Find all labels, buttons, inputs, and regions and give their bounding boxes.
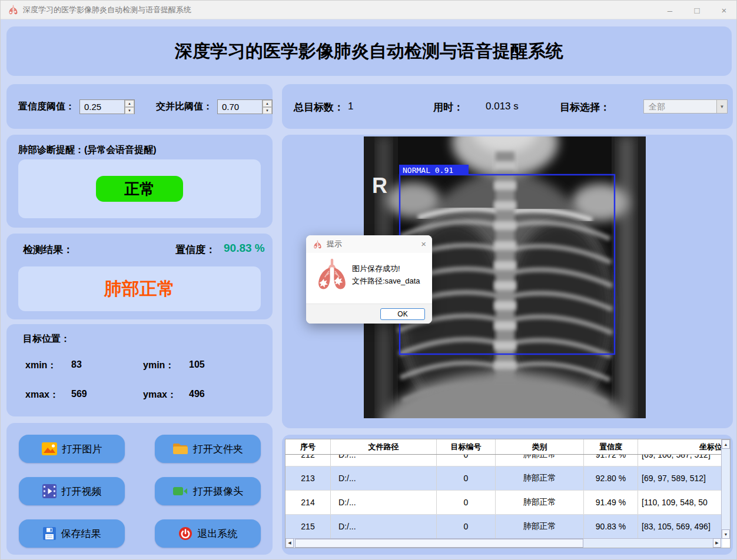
- open-camera-label: 打开摄像头: [193, 485, 243, 498]
- result-panel: 检测结果： 置信度： 90.83 % 肺部正常: [6, 234, 273, 319]
- iou-threshold-value: 0.70: [218, 100, 262, 114]
- open-video-label: 打开视频: [62, 485, 102, 498]
- image-icon: [42, 442, 57, 455]
- folder-icon: [172, 442, 188, 455]
- confidence-threshold-spinbox[interactable]: 0.25 ▲▼: [79, 99, 135, 114]
- xmin-label: xmin：: [25, 359, 57, 372]
- position-panel: 目标位置： xmin： 83 ymin： 105 xmax： 569 ymax：…: [6, 324, 273, 416]
- confidence-threshold-value: 0.25: [80, 100, 124, 114]
- target-select-value: 全部: [644, 100, 716, 113]
- spin-up-icon[interactable]: ▲: [263, 100, 272, 107]
- chevron-down-icon[interactable]: ▼: [716, 100, 727, 113]
- xmax-value: 569: [71, 389, 87, 399]
- exit-system-button[interactable]: 退出系统: [155, 519, 261, 548]
- results-table-panel: 序号 文件路径 目标编号 类别 置信度 坐标位置 212 D:/... 0 肺部…: [282, 435, 733, 555]
- power-icon: [178, 526, 192, 541]
- diagnosis-label: 肺部诊断提醒：(异常会语音提醒): [18, 144, 157, 156]
- ymax-label: ymax：: [143, 389, 177, 401]
- bbox-label: NORMAL 0.91: [403, 166, 453, 175]
- window-title: 深度学习的医学影像肺炎自动检测与语音提醒系统: [23, 5, 191, 15]
- target-select-dropdown[interactable]: 全部 ▼: [643, 99, 728, 114]
- open-image-label: 打开图片: [62, 442, 102, 456]
- col-confidence: 置信度: [584, 439, 638, 454]
- diagnosis-inner-panel: 正常: [18, 159, 261, 218]
- title-bar: 深度学习的医学影像肺炎自动检测与语音提醒系统 – □ ×: [1, 1, 737, 19]
- open-folder-button[interactable]: 打开文件夹: [155, 435, 261, 463]
- result-inner-panel: 肺部正常: [18, 266, 261, 311]
- col-coordinates: 坐标位置: [638, 439, 731, 454]
- app-lungs-icon: [8, 5, 18, 15]
- save-success-dialog: 提示 × 图片保存成功! 文件路径:save_data OK: [306, 235, 432, 324]
- threshold-panel: 置信度阈值： 0.25 ▲▼ 交并比阈值： 0.70 ▲▼: [6, 84, 273, 129]
- camera-icon: [172, 484, 188, 498]
- xmin-value: 83: [71, 359, 82, 370]
- total-targets-value: 1: [348, 101, 353, 112]
- vertical-scrollbar[interactable]: ▲ ▼: [721, 439, 730, 539]
- page-title: 深度学习的医学影像肺炎自动检测与语音提醒系统: [175, 39, 563, 64]
- spin-down-icon[interactable]: ▼: [263, 107, 272, 114]
- save-results-button[interactable]: 保存结果: [19, 519, 125, 548]
- spin-up-icon[interactable]: ▲: [125, 100, 134, 107]
- result-text: 肺部正常: [104, 277, 175, 301]
- scroll-left-icon[interactable]: ◀: [285, 538, 294, 548]
- results-table: 序号 文件路径 目标编号 类别 置信度 坐标位置 212 D:/... 0 肺部…: [285, 439, 731, 548]
- dialog-title-bar: 提示 ×: [306, 235, 432, 253]
- scrollbar-thumb[interactable]: [295, 539, 583, 548]
- dialog-close-icon[interactable]: ×: [421, 239, 426, 249]
- page-title-banner: 深度学习的医学影像肺炎自动检测与语音提醒系统: [6, 26, 732, 76]
- open-video-button[interactable]: 打开视频: [19, 477, 125, 505]
- open-image-button[interactable]: 打开图片: [19, 435, 125, 463]
- elapsed-time-value: 0.013 s: [486, 101, 519, 112]
- scroll-right-icon[interactable]: ▶: [713, 538, 721, 548]
- total-targets-label: 总目标数：: [294, 101, 344, 114]
- xmax-label: xmax：: [25, 389, 59, 401]
- minimize-button[interactable]: –: [656, 1, 683, 19]
- ok-button[interactable]: OK: [380, 308, 425, 320]
- table-header-row: 序号 文件路径 目标编号 类别 置信度 坐标位置: [285, 439, 731, 455]
- open-camera-button[interactable]: 打开摄像头: [155, 477, 261, 505]
- save-icon: [43, 527, 56, 540]
- stats-panel: 总目标数： 1 用时： 0.013 s 目标选择： 全部 ▼: [282, 84, 733, 129]
- maximize-button[interactable]: □: [683, 1, 711, 19]
- close-button[interactable]: ×: [711, 1, 737, 19]
- iou-threshold-label: 交并比阈值：: [156, 101, 213, 113]
- scroll-up-icon[interactable]: ▲: [722, 439, 730, 449]
- horizontal-scrollbar[interactable]: ◀ ▶: [285, 538, 722, 548]
- result-confidence-label: 置信度：: [175, 243, 215, 256]
- table-row[interactable]: 213 D:/... 0 肺部正常 92.80 % [69, 97, 589, …: [285, 466, 731, 491]
- target-select-label: 目标选择：: [560, 101, 610, 114]
- lungs-illustration-icon: [316, 258, 348, 291]
- xray-side-marker: R: [372, 174, 387, 198]
- col-target-id: 目标编号: [437, 439, 496, 454]
- table-row[interactable]: 214 D:/... 0 肺部正常 91.49 % [110, 109, 548…: [285, 491, 731, 515]
- elapsed-time-label: 用时：: [433, 101, 463, 114]
- dialog-message-line2: 文件路径:save_data: [352, 275, 420, 287]
- save-results-label: 保存结果: [61, 527, 101, 541]
- position-label: 目标位置：: [23, 333, 70, 345]
- dialog-lungs-icon: [313, 240, 322, 249]
- open-folder-label: 打开文件夹: [193, 442, 243, 456]
- diagnosis-status-badge: 正常: [96, 176, 183, 202]
- iou-threshold-spinbox[interactable]: 0.70 ▲▼: [217, 99, 273, 114]
- confidence-threshold-label: 置信度阈值：: [18, 101, 75, 113]
- dialog-message-line1: 图片保存成功!: [352, 262, 420, 275]
- result-label: 检测结果：: [23, 243, 73, 256]
- col-index: 序号: [285, 439, 331, 454]
- dialog-title: 提示: [327, 239, 342, 249]
- diagnosis-panel: 肺部诊断提醒：(异常会语音提醒) 正常: [6, 135, 273, 228]
- video-icon: [42, 484, 57, 498]
- ymin-label: ymin：: [143, 359, 174, 372]
- col-class: 类别: [496, 439, 584, 454]
- ymin-value: 105: [189, 359, 205, 370]
- result-confidence-value: 90.83 %: [224, 242, 265, 255]
- scroll-down-icon[interactable]: ▼: [722, 529, 730, 539]
- ymax-value: 496: [189, 389, 205, 399]
- spin-down-icon[interactable]: ▼: [125, 107, 134, 114]
- table-row[interactable]: 212 D:/... 0 肺部正常 91.72 % [69, 100, 587,…: [285, 455, 731, 466]
- app-window: 深度学习的医学影像肺炎自动检测与语音提醒系统 – □ × 深度学习的医学影像肺炎…: [0, 0, 737, 560]
- col-filepath: 文件路径: [331, 439, 437, 454]
- actions-panel: 打开图片 打开文件夹 打开视频: [6, 423, 273, 555]
- table-row[interactable]: 215 D:/... 0 肺部正常 90.83 % [83, 105, 569,…: [285, 515, 731, 539]
- dialog-message: 图片保存成功! 文件路径:save_data: [352, 262, 420, 287]
- exit-system-label: 退出系统: [198, 527, 238, 541]
